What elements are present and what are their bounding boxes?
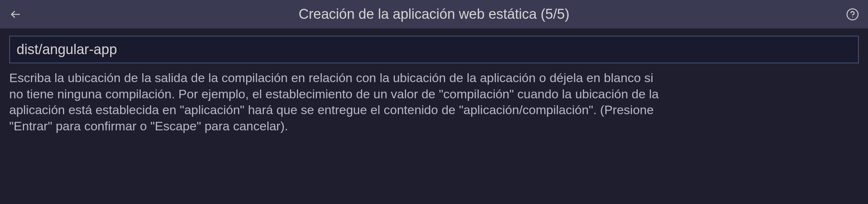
arrow-left-icon [10, 8, 21, 20]
input-description: Escriba la ubicación de la salida de la … [9, 70, 665, 134]
dialog-content: Escriba la ubicación de la salida de la … [0, 28, 868, 141]
dialog-header: Creación de la aplicación web estática (… [0, 0, 868, 28]
build-output-location-input[interactable] [9, 36, 859, 63]
dialog-title: Creación de la aplicación web estática (… [298, 6, 569, 22]
help-icon [846, 8, 859, 21]
back-button[interactable] [7, 6, 24, 22]
svg-point-1 [847, 9, 858, 20]
help-button[interactable] [844, 6, 861, 22]
